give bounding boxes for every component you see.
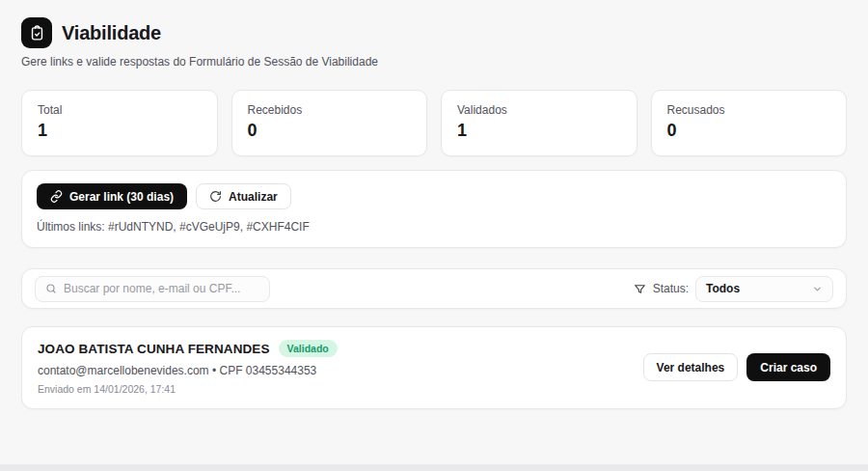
stats-row: Total 1 Recebidos 0 Validados 1 Recusado…: [21, 90, 847, 156]
person-email: contato@marcellobenevides.com: [38, 364, 209, 377]
refresh-label: Atualizar: [229, 190, 278, 204]
search-filter-card: Status: Todos: [21, 268, 847, 309]
search-icon: [45, 283, 57, 294]
contact-line: contato@marcellobenevides.com • CPF 0345…: [38, 364, 338, 377]
stat-card-recebidos: Recebidos 0: [231, 90, 428, 156]
submission-row: JOAO BATISTA CUNHA FERNANDES Validado co…: [21, 326, 847, 409]
search-input[interactable]: [64, 282, 259, 295]
stat-value: 0: [667, 121, 831, 141]
clipboard-check-icon: [21, 17, 52, 48]
refresh-icon: [209, 190, 222, 203]
status-select[interactable]: Todos: [695, 276, 833, 302]
stat-value: 1: [457, 121, 621, 141]
refresh-button[interactable]: Atualizar: [196, 183, 291, 209]
person-name: JOAO BATISTA CUNHA FERNANDES: [38, 342, 270, 356]
stat-label: Total: [38, 103, 202, 117]
stat-value: 0: [248, 121, 412, 141]
stat-label: Validados: [457, 103, 621, 117]
status-filter-group: Status: Todos: [634, 276, 833, 302]
page-title: Viabilidade: [62, 22, 161, 44]
chevron-down-icon: [812, 284, 823, 294]
submission-info: JOAO BATISTA CUNHA FERNANDES Validado co…: [38, 340, 338, 395]
generate-link-label: Gerar link (30 dias): [69, 190, 174, 204]
status-badge: Validado: [279, 340, 338, 357]
link-toolbar-card: Gerar link (30 dias) Atualizar Últimos l…: [21, 170, 847, 248]
status-filter-label: Status:: [653, 282, 689, 295]
create-case-button[interactable]: Criar caso: [746, 353, 830, 381]
stat-label: Recusados: [667, 103, 831, 117]
stat-card-recusados: Recusados 0: [651, 90, 848, 156]
window-bottom-edge: [0, 464, 868, 471]
last-links-text: Últimos links: #rUdNTYND, #cVGeUjP9, #CX…: [37, 220, 831, 234]
funnel-icon: [634, 283, 646, 295]
separator-dot: •: [212, 364, 216, 377]
page-header: Viabilidade: [21, 17, 847, 48]
view-details-button[interactable]: Ver detalhes: [643, 353, 739, 381]
viability-page: Viabilidade Gere links e valide resposta…: [0, 0, 868, 409]
generate-link-button[interactable]: Gerar link (30 dias): [37, 183, 187, 209]
sent-timestamp: Enviado em 14/01/2026, 17:41: [38, 383, 338, 395]
stat-label: Recebidos: [248, 103, 412, 117]
search-box[interactable]: [35, 276, 270, 302]
stat-value: 1: [38, 121, 202, 141]
stat-card-validados: Validados 1: [441, 90, 637, 156]
page-subtitle: Gere links e valide respostas do Formulá…: [21, 55, 847, 69]
link-icon: [50, 190, 63, 203]
row-actions: Ver detalhes Criar caso: [643, 353, 830, 381]
person-cpf: CPF 03455344353: [220, 364, 317, 377]
status-select-value: Todos: [706, 282, 740, 295]
stat-card-total: Total 1: [21, 90, 218, 156]
